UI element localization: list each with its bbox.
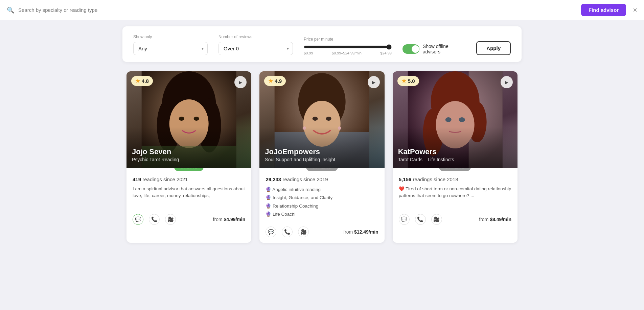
price-labels: $0.99 $0.99–$24.99/min $24.99 xyxy=(304,51,392,55)
chat-icon-2[interactable]: 💬 xyxy=(399,214,410,225)
filter-panel: Show only Any Psychic Tarot Astrology ▾ … xyxy=(122,26,522,62)
show-only-select[interactable]: Any Psychic Tarot Astrology xyxy=(133,42,208,55)
advisor-card-1: ★ 4.9 ▶ JoJoEmpowers Soul Support and Up… xyxy=(259,71,384,243)
readings-line-0: 419 readings since 2021 xyxy=(133,176,245,182)
card-footer-0: 💬 📞 🎥 from $4.99/min xyxy=(127,209,251,230)
reviews-label: Number of reviews xyxy=(218,34,293,39)
svg-point-23 xyxy=(459,117,465,122)
card-body-1: 29,233 readings since 2019 🔮 Angelic int… xyxy=(259,171,384,218)
card-image-2: ★ 5.0 ▶ KatPowers Tarot Cards – Life Ins… xyxy=(393,71,518,168)
card-name-wrap-0: Jojo Seven Psychic Tarot Reading xyxy=(127,127,251,168)
price-value-1: $12.49/min xyxy=(354,229,378,235)
advisor-specialty-0: Psychic Tarot Reading xyxy=(132,157,246,162)
card-name-wrap-1: JoJoEmpowers Soul Support and Uplifting … xyxy=(259,127,384,168)
show-only-select-wrapper: Any Psychic Tarot Astrology ▾ xyxy=(133,42,208,55)
contact-icons-0: 💬 📞 🎥 xyxy=(133,214,176,225)
search-input[interactable] xyxy=(18,7,577,13)
card-image-1: ★ 4.9 ▶ JoJoEmpowers Soul Support and Up… xyxy=(259,71,384,168)
price-mid-label: $0.99–$24.99/min xyxy=(332,51,362,55)
advisor-card-0: ★ 4.8 ▶ Jojo Seven Psychic Tarot Reading… xyxy=(127,71,251,243)
card-name-wrap-2: KatPowers Tarot Cards – Life Instincts xyxy=(393,127,518,168)
card-footer-2: 💬 📞 🎥 from $8.49/min xyxy=(393,209,518,230)
show-only-filter: Show only Any Psychic Tarot Astrology ▾ xyxy=(133,34,208,55)
offline-toggle-label: Show offline advisors xyxy=(423,44,466,54)
rating-value-1: 4.9 xyxy=(275,78,282,84)
card-body-0: 419 readings since 2021 I am a spiritual… xyxy=(127,171,251,206)
readings-count-0: 419 xyxy=(133,176,141,182)
svg-point-22 xyxy=(445,117,451,122)
chat-icon-1[interactable]: 💬 xyxy=(266,226,276,237)
price-value-0: $4.99/min xyxy=(224,217,246,222)
readings-count-1: 29,233 xyxy=(266,176,281,182)
svg-point-5 xyxy=(179,117,184,121)
apply-button[interactable]: Apply xyxy=(476,41,511,55)
price-max-label: $24.99 xyxy=(380,51,392,55)
search-icon: 🔍 xyxy=(7,6,14,14)
svg-point-6 xyxy=(194,117,199,121)
rating-value-2: 5.0 xyxy=(408,78,415,84)
phone-icon-1[interactable]: 📞 xyxy=(282,226,293,237)
card-image-0: ★ 4.8 ▶ Jojo Seven Psychic Tarot Reading xyxy=(127,71,251,168)
price-min-label: $0.99 xyxy=(304,51,313,55)
service-item-1-3: 🔮 Life Coachi xyxy=(266,210,378,218)
star-icon-0: ★ xyxy=(135,78,140,84)
price-label-1: from $12.49/min xyxy=(343,229,378,235)
rating-badge-1: ★ 4.9 xyxy=(264,76,286,86)
price-filter: Price per minute $0.99 $0.99–$24.99/min … xyxy=(304,37,392,55)
star-icon-1: ★ xyxy=(268,78,273,84)
chat-icon-0[interactable]: 💬 xyxy=(133,214,143,225)
price-range-slider[interactable] xyxy=(304,44,392,50)
service-list-1: 🔮 Angelic intuitive reading 🔮 Insight, G… xyxy=(266,186,378,218)
offline-toggle-group: Show offline advisors xyxy=(402,44,465,55)
service-item-1-2: 🔮 Relationship Coaching xyxy=(266,202,378,210)
close-button[interactable]: × xyxy=(633,6,637,15)
card-footer-1: 💬 📞 🎥 from $12.49/min xyxy=(259,222,384,243)
find-advisor-button[interactable]: Find advisor xyxy=(581,4,626,16)
advisor-name-0: Jojo Seven xyxy=(132,147,246,156)
advisor-card-2: ★ 5.0 ▶ KatPowers Tarot Cards – Life Ins… xyxy=(393,71,518,243)
star-icon-2: ★ xyxy=(401,78,406,84)
price-slider-wrap: $0.99 $0.99–$24.99/min $24.99 xyxy=(304,44,392,55)
search-bar: 🔍 Find advisor × xyxy=(0,0,644,20)
card-body-2: 5,156 readings since 2018 ❤️ Tired of sh… xyxy=(393,171,518,206)
card-desc-0: I am a spiritual advisor that answers al… xyxy=(133,186,245,206)
rating-value-0: 4.8 xyxy=(142,78,149,84)
reviews-filter: Number of reviews Over 0 Over 10 Over 50… xyxy=(218,34,293,55)
readings-count-2: 5,156 xyxy=(399,176,412,182)
phone-icon-2[interactable]: 📞 xyxy=(415,214,426,225)
price-value-2: $8.49/min xyxy=(490,217,511,222)
video-icon-1[interactable]: 🎥 xyxy=(298,226,309,237)
video-icon-0[interactable]: 🎥 xyxy=(165,214,176,225)
play-button-2[interactable]: ▶ xyxy=(501,76,513,88)
offline-toggle[interactable] xyxy=(402,44,419,54)
readings-since-2: readings since 2018 xyxy=(413,176,458,182)
reviews-select-wrapper: Over 0 Over 10 Over 50 Over 100 ▾ xyxy=(218,42,293,55)
phone-icon-0[interactable]: 📞 xyxy=(149,214,160,225)
rating-badge-0: ★ 4.8 xyxy=(131,76,153,86)
rating-badge-2: ★ 5.0 xyxy=(397,76,419,86)
price-label-2: from $8.49/min xyxy=(479,217,511,222)
advisor-name-2: KatPowers xyxy=(398,147,512,156)
advisors-grid: ★ 4.8 ▶ Jojo Seven Psychic Tarot Reading… xyxy=(122,68,522,260)
readings-line-1: 29,233 readings since 2019 xyxy=(266,176,378,182)
readings-since-1: readings since 2019 xyxy=(282,176,328,182)
advisor-name-1: JoJoEmpowers xyxy=(265,147,379,156)
reviews-select[interactable]: Over 0 Over 10 Over 50 Over 100 xyxy=(218,42,293,55)
advisor-specialty-2: Tarot Cards – Life Instincts xyxy=(398,157,512,162)
video-icon-2[interactable]: 🎥 xyxy=(431,214,442,225)
show-only-label: Show only xyxy=(133,34,208,39)
readings-since-0: readings since 2021 xyxy=(142,176,188,182)
price-label-0: from $4.99/min xyxy=(213,217,246,222)
advisor-specialty-1: Soul Support and Uplifting Insight xyxy=(265,157,379,162)
service-item-1-1: 🔮 Insight, Guidance, and Clarity xyxy=(266,194,378,202)
play-button-1[interactable]: ▶ xyxy=(368,76,380,88)
card-desc-2: ❤️ Tired of short term or non-comital da… xyxy=(399,186,511,206)
readings-line-2: 5,156 readings since 2018 xyxy=(399,176,511,182)
service-item-1-0: 🔮 Angelic intuitive reading xyxy=(266,186,378,194)
toggle-thumb xyxy=(412,45,419,53)
contact-icons-1: 💬 📞 🎥 xyxy=(266,226,309,237)
contact-icons-2: 💬 📞 🎥 xyxy=(399,214,442,225)
svg-point-13 xyxy=(326,117,331,121)
price-label: Price per minute xyxy=(304,37,392,42)
svg-point-12 xyxy=(313,117,318,121)
